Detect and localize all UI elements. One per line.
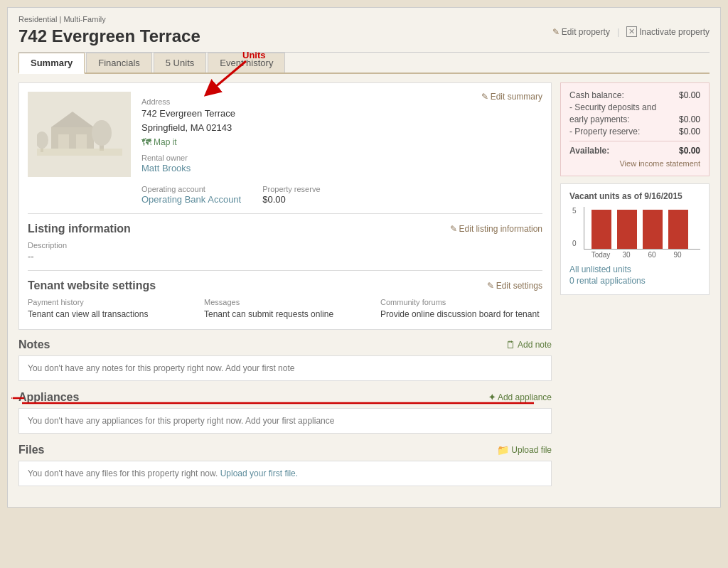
description-label: Description — [28, 241, 542, 250]
cash-balance-row: Cash balance: $0.00 — [569, 90, 700, 100]
appliances-title: Appliances — [18, 391, 79, 404]
available-row: Available: $0.00 — [569, 141, 700, 156]
rental-owner-value: Matt Brooks — [141, 163, 542, 173]
payment-history-col: Payment history Tenant can view all tran… — [28, 298, 190, 321]
note-icon: 🗒 — [505, 339, 515, 350]
rental-owner-label: Rental owner — [141, 154, 542, 162]
x-label-today: Today — [591, 251, 611, 259]
tab-event-history[interactable]: Event history — [208, 53, 285, 73]
listing-divider — [28, 213, 542, 214]
messages-col: Messages Tenant can submit requests onli… — [204, 298, 366, 321]
upload-icon: 📁 — [497, 444, 509, 456]
upload-file-button[interactable]: 📁 Upload file — [497, 444, 552, 456]
pencil-icon: ✎ — [450, 224, 457, 234]
property-image — [28, 92, 131, 177]
map-it-link[interactable]: 🗺 Map it — [141, 136, 542, 148]
house-illustration — [37, 99, 122, 170]
property-details: ✎ Edit summary Address 742 Evergreen Ter… — [141, 92, 542, 205]
main-content: ✎ Edit summary Address 742 Evergreen Ter… — [18, 82, 710, 496]
pencil-icon: ✎ — [552, 27, 560, 37]
bar-today — [592, 210, 611, 249]
property-reserve-row: - Property reserve: $0.00 — [569, 127, 700, 136]
left-panel: ✎ Edit summary Address 742 Evergreen Ter… — [18, 82, 552, 496]
x-label-30: 30 — [616, 251, 636, 259]
add-note-button[interactable]: 🗒 Add note — [505, 339, 552, 350]
right-panel: Cash balance: $0.00 - Security deposits … — [560, 82, 710, 496]
messages-label: Messages — [204, 298, 366, 306]
bar-30 — [617, 210, 637, 249]
income-statement-link-container: View income statement — [569, 159, 700, 168]
tenant-header: Tenant website settings ✎ Edit settings — [28, 279, 542, 292]
operating-row: Operating account Operating Bank Account… — [141, 179, 542, 205]
map-icon: 🗺 — [141, 136, 151, 148]
income-statement-link[interactable]: View income statement — [619, 159, 700, 168]
listing-title: Listing information — [28, 223, 131, 235]
upload-first-file-link[interactable]: Upload your first file. — [220, 468, 298, 478]
tab-bar: Summary Financials 5 Units Event history — [18, 53, 710, 74]
property-reserve-label: Property reserve — [262, 185, 320, 193]
all-unlisted-link[interactable]: All unlisted units — [569, 264, 700, 274]
owner-link[interactable]: Matt Brooks — [141, 163, 191, 173]
chart-x-labels: Today 30 60 90 — [584, 251, 700, 259]
address-value: 742 Evergreen Terrace Springfield, MA 02… — [141, 107, 542, 134]
property-reserve-col: Property reserve $0.00 — [262, 179, 320, 205]
svg-rect-2 — [76, 134, 87, 149]
operating-account-label: Operating account — [141, 185, 241, 193]
notes-title: Notes — [18, 338, 50, 351]
bar-90 — [668, 210, 688, 249]
pencil-icon: ✎ — [487, 281, 494, 291]
notes-empty-box: You don't have any notes for this proper… — [18, 355, 552, 381]
appliances-section: Appliances ✦ Add appliance — [18, 391, 552, 404]
community-forums-value: Provide online discussion board for tena… — [380, 308, 542, 321]
top-actions: ✎ Edit property | ✕ Inactivate property — [552, 26, 710, 37]
y-top-label: 5 — [572, 207, 577, 215]
cash-balance-box: Cash balance: $0.00 - Security deposits … — [560, 82, 710, 176]
tab-summary[interactable]: Summary — [18, 53, 85, 74]
summary-top: ✎ Edit summary Address 742 Evergreen Ter… — [28, 92, 542, 205]
messages-value: Tenant can submit requests online — [204, 308, 366, 321]
svg-point-7 — [37, 132, 48, 149]
svg-rect-1 — [58, 134, 69, 149]
x-label-60: 60 — [642, 251, 662, 259]
files-header: Files 📁 Upload file — [18, 444, 552, 456]
operating-account-col: Operating account Operating Bank Account — [141, 179, 241, 205]
tenant-title: Tenant website settings — [28, 279, 156, 292]
files-title: Files — [18, 444, 44, 456]
operating-account-value: Operating Bank Account — [141, 194, 241, 205]
tab-financials[interactable]: Financials — [86, 53, 152, 73]
edit-property-button[interactable]: ✎ Edit property — [552, 27, 610, 37]
property-reserve-value: $0.00 — [262, 194, 320, 205]
add-appliance-button[interactable]: ✦ Add appliance — [488, 392, 552, 402]
x-box-icon: ✕ — [626, 26, 637, 37]
payment-history-value: Tenant can view all transactions — [28, 308, 190, 321]
tenant-divider — [28, 270, 542, 271]
security-row: - Security deposits and — [569, 102, 700, 112]
listing-header: Listing information ✎ Edit listing infor… — [28, 223, 542, 235]
tab-5units[interactable]: 5 Units — [154, 53, 206, 73]
plus-icon: ✦ — [488, 392, 496, 402]
chart-container: 5 0 Today 30 60 90 — [569, 207, 700, 259]
x-label-90: 90 — [668, 251, 687, 259]
appliances-empty-box: You don't have any appliances for this p… — [18, 408, 552, 434]
community-forums-label: Community forums — [380, 298, 542, 306]
operating-account-link[interactable]: Operating Bank Account — [141, 194, 241, 205]
appliances-header: Appliances ✦ Add appliance — [18, 391, 552, 404]
edit-summary-button[interactable]: ✎ Edit summary — [481, 92, 542, 102]
rental-applications-link[interactable]: 0 rental applications — [569, 276, 700, 286]
svg-rect-8 — [37, 149, 122, 156]
inactivate-property-button[interactable]: ✕ Inactivate property — [626, 26, 710, 37]
breadcrumb: Residential | Multi-Family — [18, 15, 710, 23]
edit-listing-button[interactable]: ✎ Edit listing information — [450, 224, 542, 234]
svg-marker-3 — [51, 112, 94, 127]
vacant-units-box: Vacant units as of 9/16/2015 5 0 Today — [560, 183, 710, 295]
y-bottom-label: 0 — [572, 240, 577, 247]
edit-settings-button[interactable]: ✎ Edit settings — [487, 281, 542, 291]
files-empty-box: You don't have any files for this proper… — [18, 461, 552, 486]
bar-60 — [643, 210, 663, 249]
bottom-sections: Notes 🗒 Add note You don't have any note… — [18, 338, 552, 486]
community-forums-col: Community forums Provide online discussi… — [380, 298, 542, 321]
notes-header: Notes 🗒 Add note — [18, 338, 552, 351]
summary-section: ✎ Edit summary Address 742 Evergreen Ter… — [18, 82, 552, 330]
vacant-units-title: Vacant units as of 9/16/2015 — [569, 191, 700, 201]
vacant-links: All unlisted units 0 rental applications — [569, 264, 700, 286]
